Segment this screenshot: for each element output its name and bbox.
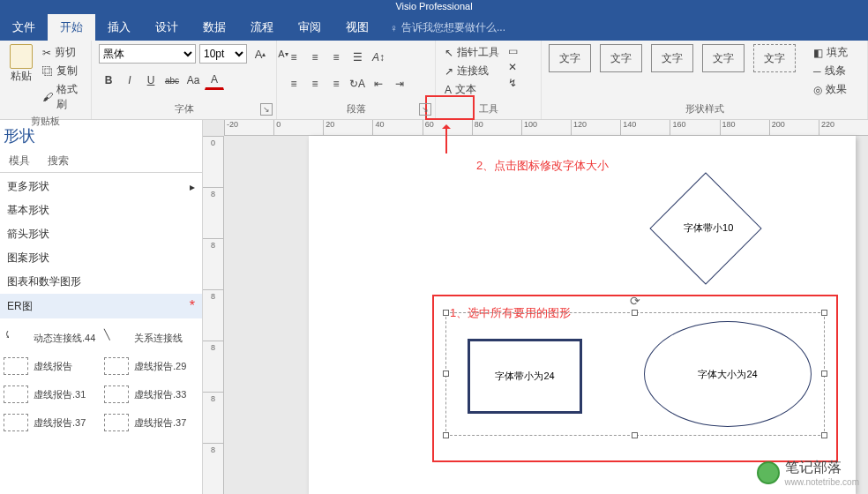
bullets-button[interactable]: ☰ xyxy=(348,48,367,67)
shape-style-5[interactable]: 文字 xyxy=(753,44,796,72)
tab-file[interactable]: 文件 xyxy=(0,14,48,41)
tab-data[interactable]: 数据 xyxy=(191,14,238,41)
resize-handle[interactable] xyxy=(632,432,638,438)
shape-style-2[interactable]: 文字 xyxy=(600,44,642,72)
align-center-button[interactable]: ≡ xyxy=(305,74,325,94)
shape-style-3[interactable]: 文字 xyxy=(651,44,693,72)
stencil-report-6[interactable]: 虚线报告.37 xyxy=(101,408,201,437)
ribbon-tabs: 文件 开始 插入 设计 数据 流程 审阅 视图 ♀告诉我您想要做什么... xyxy=(0,14,868,41)
stencil-thumb-icon: ⤹ xyxy=(4,329,28,347)
resize-handle[interactable] xyxy=(821,370,827,377)
search-tab[interactable]: 搜索 xyxy=(39,150,78,172)
align-middle-button[interactable]: ≡ xyxy=(305,48,325,67)
stencil-report-4[interactable]: 虚线报告.33 xyxy=(101,380,201,408)
stencil-report-1[interactable]: 虚线报告 xyxy=(0,352,101,380)
watermark: 笔记部落 www.notetribe.com xyxy=(757,459,859,487)
text-tool-button[interactable]: A文本 xyxy=(443,81,501,98)
tab-design[interactable]: 设计 xyxy=(143,14,191,41)
group-label-clipboard: 剪贴板 xyxy=(7,113,84,130)
format-painter-button[interactable]: 🖌格式刷 xyxy=(41,81,84,113)
stencil-thumb-icon xyxy=(104,385,129,403)
diamond-shape[interactable]: 字体带小10 xyxy=(649,172,761,284)
arrow-shapes-item[interactable]: 箭头形状 xyxy=(0,222,202,246)
pattern-shapes-item[interactable]: 图案形状 xyxy=(0,246,202,270)
brush-icon: 🖌 xyxy=(42,91,53,103)
grow-font-button[interactable]: A▴ xyxy=(251,44,270,64)
stencil-tab[interactable]: 模具 xyxy=(0,150,39,172)
tab-insert[interactable]: 插入 xyxy=(95,14,143,41)
indent-dec-button[interactable]: ⇤ xyxy=(369,74,388,94)
paragraph-dialog-launcher[interactable]: ↘ xyxy=(419,103,431,116)
rect-text: 字体带小为24 xyxy=(495,370,554,383)
align-top-button[interactable]: ≡ xyxy=(284,48,303,67)
strike-button[interactable]: abc xyxy=(162,71,182,90)
tab-view[interactable]: 视图 xyxy=(333,14,381,41)
text-icon: A xyxy=(445,84,452,96)
stencil-relation-connector[interactable]: ╲关系连接线 xyxy=(101,324,201,352)
group-label-shapestyle: 形状样式 xyxy=(549,101,860,117)
copy-icon: ⿻ xyxy=(42,65,53,78)
ribbon: 粘贴 ✂剪切 ⿻复制 🖌格式刷 剪贴板 黑体 10pt A▴ A▾ B I U … xyxy=(0,41,868,120)
resize-handle[interactable] xyxy=(821,310,827,316)
copy-button[interactable]: ⿻复制 xyxy=(41,63,84,79)
cursor-icon: ↖ xyxy=(445,47,453,59)
stencil-thumb-icon: ╲ xyxy=(104,329,129,347)
er-diagram-item[interactable]: ER图* xyxy=(0,294,202,318)
stencil-report-2[interactable]: 虚线报告.29 xyxy=(101,352,201,380)
shape-style-1[interactable]: 文字 xyxy=(549,44,591,72)
align-left-button[interactable]: ≡ xyxy=(284,74,303,94)
chart-math-shapes-item[interactable]: 图表和数学图形 xyxy=(0,270,202,294)
underline-button[interactable]: U xyxy=(141,71,161,90)
align-bottom-button[interactable]: ≡ xyxy=(326,48,346,67)
drawing-page[interactable]: 2、点击图标修改字体大小 字体带小10 1、选中所有要用的图形 ⟳ 字体带小为2… xyxy=(309,136,856,494)
resize-handle[interactable] xyxy=(443,432,449,438)
tell-me-search[interactable]: ♀告诉我您想要做什么... xyxy=(381,15,514,41)
freeform-tool-button[interactable]: ↯ xyxy=(506,76,520,90)
resize-handle[interactable] xyxy=(821,432,827,438)
paste-button[interactable]: 粘贴 xyxy=(7,44,35,84)
tab-review[interactable]: 审阅 xyxy=(286,14,333,41)
rotate-handle[interactable]: ⟳ xyxy=(630,294,640,308)
watermark-icon xyxy=(757,461,780,484)
drawing-canvas[interactable]: -20020406080100120140160180200220 088888… xyxy=(203,120,868,494)
tab-process[interactable]: 流程 xyxy=(238,14,286,41)
connector-tool-button[interactable]: ↗连接线 xyxy=(443,63,501,79)
shape-effects-button[interactable]: ◎效果 xyxy=(812,81,849,98)
cut-button[interactable]: ✂剪切 xyxy=(41,44,84,61)
stencil-report-5[interactable]: 虚线报告.37 xyxy=(0,408,101,437)
resize-handle[interactable] xyxy=(443,310,449,316)
shape-line-button[interactable]: ─线条 xyxy=(812,63,849,79)
font-color-button[interactable]: A xyxy=(205,71,224,90)
basic-shapes-item[interactable]: 基本形状 xyxy=(0,198,202,222)
text-direction-button[interactable]: A↕ xyxy=(369,48,388,67)
ellipse-shape[interactable]: 字体大小为24 xyxy=(644,321,812,427)
crop-tool-button[interactable]: ✕ xyxy=(506,60,520,74)
stencil-report-3[interactable]: 虚线报告.31 xyxy=(0,380,101,408)
font-name-select[interactable]: 黑体 xyxy=(99,44,196,64)
resize-handle[interactable] xyxy=(443,370,449,377)
rectangle-tool-button[interactable]: ▭ xyxy=(506,44,520,58)
rotate-text-button[interactable]: ↻A xyxy=(348,74,367,94)
italic-button[interactable]: I xyxy=(120,71,139,90)
shape-fill-button[interactable]: ◧填充 xyxy=(812,44,849,61)
rectangle-shape[interactable]: 字体带小为24 xyxy=(468,339,582,414)
stencil-thumb-icon xyxy=(4,385,28,403)
indent-inc-button[interactable]: ⇥ xyxy=(390,74,409,94)
shape-style-4[interactable]: 文字 xyxy=(702,44,745,72)
bold-button[interactable]: B xyxy=(99,71,118,90)
more-shapes-item[interactable]: 更多形状▸ xyxy=(0,175,202,198)
tab-home[interactable]: 开始 xyxy=(48,14,95,41)
font-size-select[interactable]: 10pt xyxy=(199,44,247,64)
font-dialog-launcher[interactable]: ↘ xyxy=(260,103,273,116)
ellipse-text: 字体大小为24 xyxy=(698,368,757,381)
pointer-tool-button[interactable]: ↖指针工具 xyxy=(443,44,501,61)
diamond-text: 字体带小10 xyxy=(655,221,761,235)
group-label-tools: 工具 xyxy=(443,101,534,117)
align-right-button[interactable]: ≡ xyxy=(326,74,346,94)
resize-handle[interactable] xyxy=(632,310,638,316)
change-case-button[interactable]: Aa xyxy=(183,71,203,90)
stencil-thumb-icon xyxy=(4,414,28,431)
stencil-dynamic-connector[interactable]: ⤹动态连接线.44 xyxy=(0,324,101,352)
stencil-thumb-icon xyxy=(104,357,129,375)
group-label-font: 字体 xyxy=(99,101,269,117)
